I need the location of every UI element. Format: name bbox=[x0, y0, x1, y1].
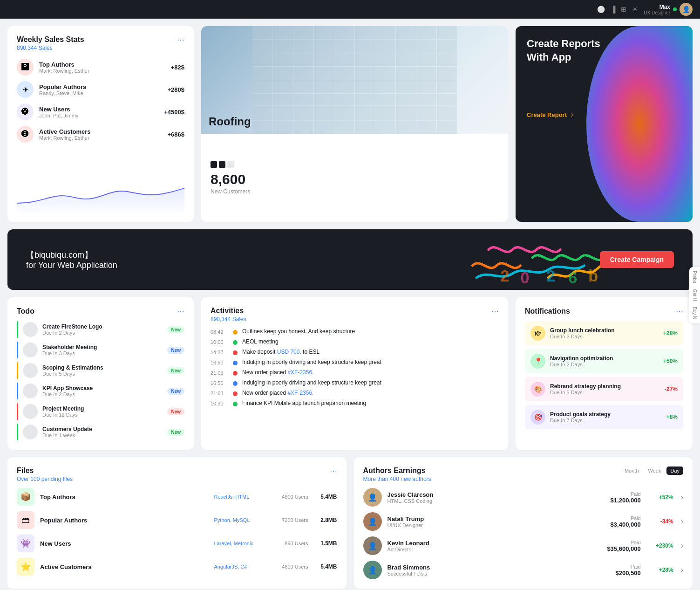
author-name-3: Kevin Leonard bbox=[387, 540, 602, 547]
grid-icon-dark-1 bbox=[211, 161, 217, 168]
todo-avatar-6 bbox=[23, 425, 38, 439]
author-role-2: UI/UX Designer bbox=[387, 522, 605, 528]
author-avatar-3: 👤 bbox=[363, 536, 382, 555]
author-paid-info-2: Paid $3,400,000 bbox=[611, 515, 641, 528]
file-item-3: 👾 New Users Laravel, Metronic 890 Users … bbox=[17, 535, 337, 552]
activity-time-4: 16:50 bbox=[211, 360, 228, 365]
new-users-name: New Users bbox=[39, 106, 158, 113]
file-size-4: 5.4MB bbox=[314, 563, 337, 570]
files-title: Files bbox=[17, 467, 73, 475]
file-name-4: Active Customers bbox=[40, 563, 209, 570]
new-users-value: +4500$ bbox=[164, 109, 184, 116]
files-subtitle: Over 100 pending files bbox=[17, 476, 73, 482]
activity-time-1: 08:42 bbox=[211, 329, 228, 335]
todo-name-2: Stakeholder Meeting bbox=[42, 344, 163, 350]
authors-earnings-card: Authors Earnings More than 400 new autho… bbox=[354, 457, 693, 589]
activity-link-3[interactable]: USD 700. bbox=[277, 349, 301, 355]
author-role-1: HTML, CSS Coding bbox=[387, 498, 605, 504]
sidebar-right-item-2[interactable]: Get H bbox=[692, 289, 697, 301]
author-role-4: Successful Fellas bbox=[387, 571, 610, 576]
create-campaign-button[interactable]: Create Campaign bbox=[600, 251, 674, 268]
notif-value-1: +28% bbox=[663, 330, 678, 336]
activity-7: 21:03 New order placed #XF-2356. bbox=[211, 390, 499, 396]
activity-link-7[interactable]: #XF-2356. bbox=[287, 390, 313, 396]
activity-text-5: New order placed #XF-2356. bbox=[242, 369, 499, 376]
new-customers-section: 8,600 New Customers bbox=[201, 134, 508, 222]
file-icon-2: 🗃 bbox=[17, 511, 34, 529]
notif-title-4: Product goals strategy bbox=[550, 411, 662, 418]
period-day[interactable]: Day bbox=[666, 467, 683, 475]
activity-time-5: 21:03 bbox=[211, 370, 228, 376]
grid-icon[interactable]: ⊞ bbox=[621, 6, 626, 13]
stat-active-customers: 🅑 Active Customers Mark, Rowling, Esther… bbox=[17, 126, 184, 143]
row-4: Files Over 100 pending files ⋯ 📦 Top Aut… bbox=[7, 457, 693, 589]
author-avatar-2: 👤 bbox=[363, 512, 382, 531]
roofing-title: Roofing bbox=[209, 115, 251, 128]
new-users-users: John, Pat, Jimmy bbox=[39, 113, 158, 118]
todo-due-5: Due In 12 Days bbox=[42, 412, 163, 418]
file-icon-1: 📦 bbox=[17, 488, 34, 506]
todo-name-4: KPI App Showcase bbox=[42, 385, 163, 391]
reports-title: Create ReportsWith App bbox=[527, 37, 681, 64]
author-arrow-1[interactable]: › bbox=[681, 493, 683, 501]
author-info-4: Brad Simmons Successful Fellas bbox=[387, 564, 610, 576]
activity-text-7: New order placed #XF-2356. bbox=[242, 390, 499, 396]
todo-menu[interactable]: ⋯ bbox=[177, 307, 184, 316]
author-arrow-4[interactable]: › bbox=[681, 566, 683, 574]
todo-item-6: Customers Update Due In 1 week New bbox=[17, 424, 184, 440]
weekly-sales-subtitle: 890,344 Sales bbox=[17, 45, 84, 51]
activity-text-8: Finance KPI Mobile app launch preparion … bbox=[242, 400, 499, 406]
svg-text:0: 0 bbox=[520, 269, 529, 287]
sidebar-right-item-3[interactable]: Buy N bbox=[692, 307, 697, 319]
activities-menu[interactable]: ⋯ bbox=[491, 307, 499, 316]
active-customers-name: Active Customers bbox=[39, 128, 162, 135]
period-week[interactable]: Week bbox=[645, 467, 665, 475]
file-users-2: 7200 Users bbox=[276, 517, 308, 523]
files-list: 📦 Top Authors ReactJs, HTML 4600 Users 5… bbox=[17, 488, 337, 576]
author-item-1: 👤 Jessie Clarcson HTML, CSS Coding Paid … bbox=[363, 488, 684, 507]
author-paid-label-3: Paid bbox=[607, 540, 640, 545]
sidebar-right-item-1[interactable]: Prebu bbox=[692, 271, 697, 283]
period-month[interactable]: Month bbox=[621, 467, 643, 475]
notifications-menu[interactable]: ⋯ bbox=[676, 307, 683, 316]
top-authors-value: +82$ bbox=[171, 64, 184, 71]
activity-time-3: 14:37 bbox=[211, 350, 228, 355]
roofing-image: Roofing bbox=[201, 26, 508, 134]
user-profile[interactable]: Max UX Designer 👤 bbox=[644, 3, 693, 16]
notif-sub-4: Due In 7 Days bbox=[550, 418, 662, 423]
grid-icons bbox=[211, 161, 499, 168]
todo-item-5: Project Meeting Due In 12 Days New bbox=[17, 403, 184, 420]
activity-text-1: Outlines keep you honest. And keep struc… bbox=[242, 328, 499, 335]
todo-bar-4 bbox=[17, 383, 18, 399]
user-role: UX Designer bbox=[644, 10, 670, 15]
top-authors-info: Top Authors Mark, Rowling, Esther bbox=[39, 61, 165, 74]
new-customers-label: New Customers bbox=[211, 188, 499, 195]
svg-text:6: 6 bbox=[568, 269, 577, 287]
file-tags-2: Python, MySQL bbox=[214, 517, 270, 523]
author-arrow-2[interactable]: › bbox=[681, 517, 683, 526]
reports-link-container[interactable]: Create Report › bbox=[527, 110, 681, 119]
todo-badge-2: New bbox=[167, 347, 184, 354]
todo-name-6: Customers Update bbox=[42, 426, 163, 432]
notif-icon-2: 📍 bbox=[530, 354, 545, 369]
author-paid-info-3: Paid $35,600,000 bbox=[607, 540, 640, 552]
file-tags-3: Laravel, Metronic bbox=[214, 541, 270, 546]
author-amount-1: $1,200,000 bbox=[611, 497, 641, 504]
files-menu[interactable]: ⋯ bbox=[330, 467, 337, 475]
create-report-link[interactable]: Create Report bbox=[527, 111, 567, 118]
activity-link-5[interactable]: #XF-2356. bbox=[287, 369, 313, 376]
todo-info-2: Stakeholder Meeting Due In 3 Days bbox=[42, 344, 163, 356]
file-item-2: 🗃 Popular Authors Python, MySQL 7200 Use… bbox=[17, 511, 337, 529]
svg-text:2: 2 bbox=[546, 267, 555, 285]
avatar[interactable]: 👤 bbox=[680, 3, 693, 16]
author-info-3: Kevin Leonard Art Director bbox=[387, 540, 602, 552]
brightness-icon[interactable]: ☀ bbox=[632, 6, 638, 13]
weekly-sales-menu[interactable]: ⋯ bbox=[177, 35, 184, 44]
author-arrow-3[interactable]: › bbox=[681, 542, 683, 550]
search-icon[interactable]: ⚪ bbox=[597, 6, 605, 13]
authors-list: 👤 Jessie Clarcson HTML, CSS Coding Paid … bbox=[363, 488, 684, 579]
grid-icon-light bbox=[227, 161, 234, 168]
popular-authors-value: +280$ bbox=[167, 86, 184, 93]
notif-item-3: 🎨 Rebrand strategy planning Due In 5 Day… bbox=[525, 377, 683, 401]
stat-popular-authors: ✈ Popular Authors Randy, Steve, Mike +28… bbox=[17, 81, 184, 98]
